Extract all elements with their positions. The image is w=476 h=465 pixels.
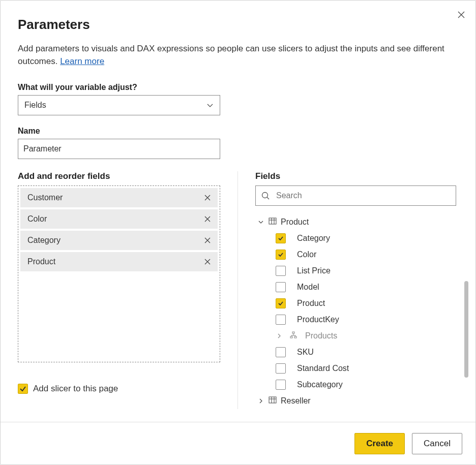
field-name: SKU	[297, 348, 314, 357]
variable-adjust-label: What will your variable adjust?	[18, 83, 458, 92]
remove-field-button[interactable]	[202, 257, 213, 267]
field-checkbox[interactable]	[276, 298, 286, 308]
field-checkbox-row[interactable]: Subcategory	[255, 377, 458, 393]
chevron-right-icon	[257, 398, 264, 404]
chevron-down-icon	[257, 219, 264, 225]
field-checkbox[interactable]	[276, 250, 286, 260]
table-row-reseller[interactable]: Reseller	[255, 393, 458, 409]
field-checkbox-row[interactable]: Category	[255, 230, 458, 246]
field-name: Standard Cost	[297, 364, 349, 373]
hierarchy-row[interactable]: Products	[255, 328, 458, 344]
svg-rect-5	[269, 397, 276, 403]
field-token-label: Color	[27, 214, 47, 224]
variable-adjust-dropdown[interactable]: Fields	[18, 95, 220, 115]
field-name: Product	[297, 299, 325, 308]
check-icon	[19, 385, 26, 392]
scrollbar[interactable]	[464, 281, 468, 378]
close-icon	[204, 258, 211, 265]
table-row-product[interactable]: Product	[255, 214, 458, 230]
chevron-right-icon	[276, 333, 283, 339]
dropdown-value: Fields	[24, 101, 46, 110]
chevron-down-icon	[206, 102, 214, 109]
close-icon	[457, 11, 465, 19]
check-icon	[278, 235, 284, 241]
fields-tree: Product Category Color List Price	[255, 214, 458, 409]
dialog-description: Add parameters to visuals and DAX expres…	[18, 43, 458, 68]
field-checkbox-row[interactable]: SKU	[255, 344, 458, 360]
parameters-dialog: Parameters Add parameters to visuals and…	[0, 0, 476, 465]
add-slicer-checkbox[interactable]	[18, 384, 28, 394]
dialog-title: Parameters	[18, 17, 458, 33]
close-icon	[204, 215, 211, 223]
field-checkbox[interactable]	[276, 266, 286, 276]
remove-field-button[interactable]	[202, 235, 213, 245]
field-checkbox-row[interactable]: ProductKey	[255, 312, 458, 328]
field-token-label: Product	[27, 257, 55, 266]
field-token[interactable]: Category	[20, 231, 218, 250]
field-token[interactable]: Customer	[20, 188, 218, 207]
field-checkbox[interactable]	[276, 363, 286, 374]
svg-rect-4	[294, 336, 296, 338]
field-name: Model	[297, 283, 319, 292]
field-token[interactable]: Product	[20, 252, 218, 271]
add-slicer-label: Add slicer to this page	[33, 384, 118, 394]
field-checkbox[interactable]	[276, 347, 286, 357]
reorder-fields-label: Add and reorder fields	[18, 171, 220, 181]
fields-panel-title: Fields	[255, 171, 458, 181]
field-checkbox[interactable]	[276, 380, 286, 390]
learn-more-link[interactable]: Learn more	[60, 56, 104, 66]
svg-rect-3	[290, 336, 292, 338]
hierarchy-icon	[290, 331, 297, 340]
search-icon	[261, 191, 270, 200]
close-icon	[204, 237, 211, 244]
fields-search-box[interactable]	[255, 185, 456, 206]
field-name: Category	[297, 234, 330, 243]
svg-point-0	[262, 193, 268, 198]
field-token[interactable]: Color	[20, 209, 218, 229]
close-icon	[204, 194, 211, 201]
cancel-button[interactable]: Cancel	[412, 433, 462, 454]
field-checkbox-row[interactable]: Color	[255, 246, 458, 263]
field-token-label: Category	[27, 236, 61, 245]
name-label: Name	[18, 127, 458, 136]
name-input[interactable]	[18, 139, 220, 159]
field-checkbox[interactable]	[276, 233, 286, 243]
remove-field-button[interactable]	[202, 214, 213, 224]
check-icon	[278, 252, 284, 258]
dialog-footer: Create Cancel	[1, 422, 475, 464]
table-name: Reseller	[281, 396, 311, 406]
table-name: Product	[281, 218, 309, 227]
field-checkbox[interactable]	[276, 282, 286, 292]
remove-field-button[interactable]	[202, 193, 213, 203]
field-checkbox-row[interactable]: Standard Cost	[255, 360, 458, 377]
close-button[interactable]	[454, 8, 468, 22]
field-checkbox-row[interactable]: List Price	[255, 263, 458, 279]
create-button[interactable]: Create	[354, 433, 405, 454]
field-name: Products	[305, 331, 337, 340]
table-icon	[269, 396, 277, 406]
field-name: ProductKey	[297, 315, 339, 324]
field-checkbox-row[interactable]: Model	[255, 279, 458, 295]
svg-rect-1	[269, 218, 276, 224]
field-checkbox-row[interactable]: Product	[255, 295, 458, 312]
field-checkbox[interactable]	[276, 315, 286, 325]
reorder-fields-box[interactable]: Customer Color Category Product	[18, 185, 220, 362]
fields-search-input[interactable]	[275, 191, 451, 201]
field-name: Color	[297, 250, 316, 259]
svg-rect-2	[292, 332, 294, 333]
field-name: List Price	[297, 266, 331, 275]
check-icon	[278, 300, 284, 306]
field-name: Subcategory	[297, 380, 343, 389]
field-token-label: Customer	[27, 193, 63, 202]
table-icon	[269, 218, 277, 227]
